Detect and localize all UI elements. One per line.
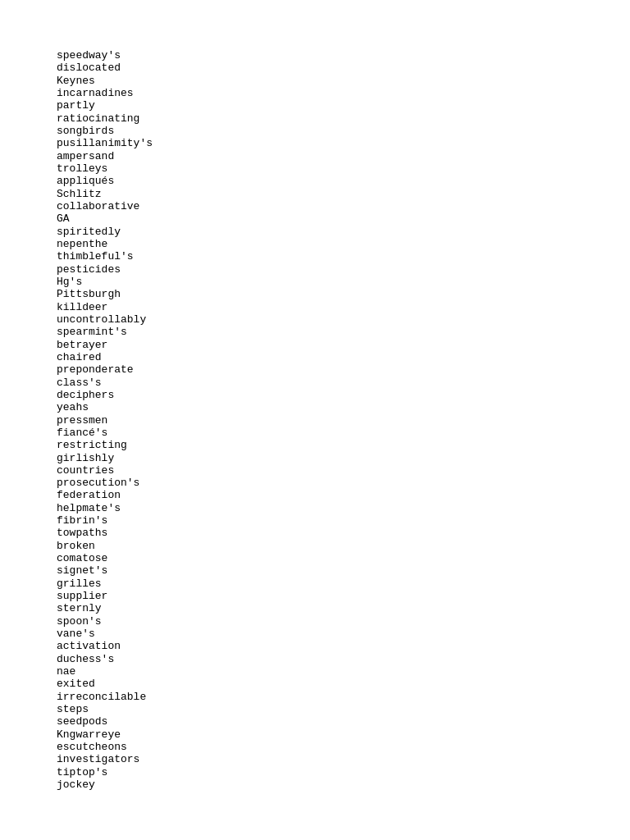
list-item: investigators [57, 753, 630, 765]
list-item: Hg's [57, 276, 630, 288]
list-item: vane's [57, 628, 630, 640]
list-item: fibrin's [57, 514, 630, 527]
list-item: prosecution's [57, 477, 630, 489]
list-item: activation [57, 640, 630, 652]
list-item: jockey [57, 778, 630, 791]
list-item: Keynes [57, 75, 630, 87]
list-item: nae [57, 665, 630, 678]
list-item: seedpods [57, 715, 630, 728]
list-item: helpmate's [57, 502, 630, 514]
list-item: collaborative [57, 200, 630, 212]
word-list: speedway'sdislocatedKeynesincarnadinespa… [0, 0, 630, 840]
list-item: betrayer [57, 339, 630, 351]
list-item: grilles [57, 578, 630, 590]
list-item: sternly [57, 602, 630, 614]
list-item: supplier [57, 590, 630, 602]
list-item: uncontrollably [57, 313, 630, 326]
list-item: ampersand [57, 150, 630, 162]
list-item: steps [57, 703, 630, 715]
list-item: signet's [57, 564, 630, 577]
list-item: federation [57, 489, 630, 501]
list-item: thimbleful's [57, 250, 630, 262]
list-item: yeahs [57, 401, 630, 413]
list-item: Schlitz [57, 188, 630, 200]
list-item: Kngwarreye [57, 728, 630, 741]
list-item: broken [57, 540, 630, 552]
list-item: GA [57, 212, 630, 225]
list-item: Pittsburgh [57, 288, 630, 300]
list-item: comatose [57, 552, 630, 564]
list-item: dislocated [57, 62, 630, 74]
list-item: trolleys [57, 162, 630, 175]
list-item: pesticides [57, 263, 630, 276]
list-item: class's [57, 377, 630, 389]
list-item: spearmint's [57, 326, 630, 338]
list-item: speedway's [57, 49, 630, 62]
list-item: killdeer [57, 301, 630, 313]
list-item: deciphers [57, 389, 630, 401]
list-item: escutcheons [57, 741, 630, 753]
list-item: girlishly [57, 452, 630, 464]
list-item: pusillanimity's [57, 137, 630, 149]
list-item: pressmen [57, 414, 630, 427]
list-item: exited [57, 678, 630, 690]
list-item: chaired [57, 351, 630, 363]
list-item: restricting [57, 439, 630, 451]
list-item: incarnadines [57, 87, 630, 99]
list-item: ratiocinating [57, 112, 630, 125]
list-item: appliqués [57, 175, 630, 187]
list-item: songbirds [57, 125, 630, 137]
list-item: fiancé's [57, 427, 630, 439]
list-item: duchess's [57, 653, 630, 665]
list-item: countries [57, 464, 630, 477]
list-item: towpaths [57, 527, 630, 539]
list-item: partly [57, 99, 630, 112]
list-item: tiptop's [57, 766, 630, 778]
list-item: nepenthe [57, 238, 630, 250]
list-item: spiritedly [57, 226, 630, 238]
list-item: preponderate [57, 363, 630, 376]
list-item: spoon's [57, 615, 630, 628]
list-item: irreconcilable [57, 691, 630, 703]
